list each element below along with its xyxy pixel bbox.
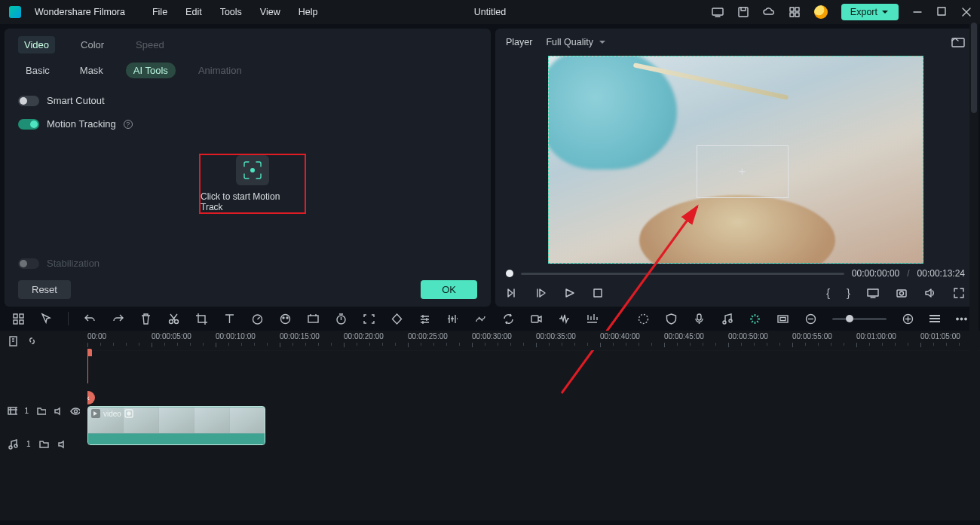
- shield-icon[interactable]: [665, 313, 678, 325]
- svg-rect-17: [20, 320, 23, 324]
- mute-icon[interactable]: [57, 438, 69, 450]
- playhead-dot-icon[interactable]: [506, 270, 513, 277]
- record-icon[interactable]: [530, 313, 543, 325]
- playhead[interactable]: [87, 350, 88, 383]
- motion-track-label: Click to start Motion Track: [201, 191, 305, 212]
- mark-out-button[interactable]: }: [847, 286, 850, 299]
- track-height-icon[interactable]: [929, 315, 940, 322]
- timeline-toolbar: [0, 307, 980, 331]
- subtab-ai-tools[interactable]: AI Tools: [126, 63, 176, 78]
- timer-icon[interactable]: [335, 313, 348, 325]
- display-icon[interactable]: [867, 287, 879, 299]
- zoom-slider[interactable]: [832, 318, 887, 320]
- apps-icon[interactable]: [789, 6, 801, 18]
- reset-button[interactable]: Reset: [18, 280, 71, 299]
- minimize-button[interactable]: [912, 7, 923, 17]
- start-motion-track-button[interactable]: Click to start Motion Track: [199, 154, 306, 214]
- marker-icon[interactable]: [8, 335, 19, 346]
- mute-icon[interactable]: [54, 405, 63, 417]
- folder-icon[interactable]: [36, 405, 46, 417]
- cloud-icon[interactable]: [763, 6, 775, 18]
- help-icon[interactable]: ?: [124, 120, 133, 129]
- save-icon[interactable]: [737, 6, 749, 18]
- play-pause-button[interactable]: [534, 287, 547, 299]
- frame-icon[interactable]: [776, 313, 789, 325]
- speed-icon[interactable]: [251, 313, 264, 325]
- undo-icon[interactable]: [84, 313, 96, 325]
- timeline-body[interactable]: 00:0000:00:05:0000:00:10:0000:00:15:0000…: [87, 331, 980, 520]
- mic-icon[interactable]: [693, 313, 706, 325]
- cut-icon[interactable]: [167, 313, 180, 325]
- sync-icon[interactable]: [502, 313, 515, 325]
- camera-icon[interactable]: [896, 287, 908, 299]
- tracking-target-box[interactable]: +: [697, 145, 789, 198]
- music-wave-icon[interactable]: [558, 313, 571, 325]
- folder-icon[interactable]: [38, 438, 50, 450]
- mark-in-button[interactable]: {: [826, 286, 830, 299]
- motion-tracking-toggle[interactable]: [18, 119, 39, 130]
- svg-point-12: [900, 291, 904, 295]
- ruler-tick: 00:01:05:00: [920, 332, 960, 340]
- ok-button[interactable]: OK: [421, 280, 477, 299]
- scrub-bar[interactable]: [521, 273, 844, 275]
- keyframe-icon[interactable]: [390, 313, 403, 325]
- export-button[interactable]: Export: [841, 4, 899, 20]
- video-clip[interactable]: video: [87, 406, 265, 445]
- play-button[interactable]: [563, 287, 575, 299]
- timeline: 1 1 00:0000:00:05:0000:00:10:0000:00:15:…: [0, 331, 980, 520]
- color-icon[interactable]: [279, 313, 292, 325]
- menu-edit[interactable]: Edit: [185, 7, 202, 17]
- time-ruler[interactable]: 00:0000:00:05:0000:00:10:0000:00:15:0000…: [87, 331, 980, 350]
- tab-video[interactable]: Video: [18, 36, 55, 53]
- subtab-basic[interactable]: Basic: [18, 63, 57, 78]
- audio-sep-icon[interactable]: [446, 313, 459, 325]
- svg-point-30: [729, 319, 732, 322]
- subtab-mask[interactable]: Mask: [72, 63, 111, 78]
- crop-icon[interactable]: [195, 313, 208, 325]
- grid-icon[interactable]: [12, 313, 25, 325]
- render-icon[interactable]: [637, 313, 650, 325]
- visibility-icon[interactable]: [70, 405, 80, 417]
- video-track-header[interactable]: 1: [0, 394, 87, 427]
- focus-icon[interactable]: [363, 313, 375, 325]
- tab-speed[interactable]: Speed: [130, 36, 170, 53]
- more-icon[interactable]: [955, 313, 968, 325]
- menu-tools[interactable]: Tools: [220, 7, 242, 17]
- audio-track-header[interactable]: 1: [0, 427, 87, 460]
- snapshot-icon[interactable]: [951, 36, 965, 48]
- smart-cutout-toggle[interactable]: [18, 96, 39, 106]
- text-icon[interactable]: [223, 313, 236, 325]
- adjust-icon[interactable]: [418, 313, 431, 325]
- quality-select[interactable]: Full Quality: [546, 37, 605, 47]
- menu-help[interactable]: Help: [299, 7, 318, 17]
- maximize-button[interactable]: [936, 7, 947, 17]
- close-button[interactable]: [960, 7, 971, 17]
- zoom-in-button[interactable]: [902, 313, 914, 325]
- beat-icon[interactable]: [586, 313, 599, 325]
- stop-button[interactable]: [592, 287, 604, 299]
- delete-icon[interactable]: [139, 313, 152, 325]
- svg-point-18: [170, 319, 173, 323]
- zoom-out-button[interactable]: [804, 313, 817, 325]
- svg-rect-24: [308, 316, 318, 322]
- user-avatar-icon[interactable]: [814, 5, 828, 19]
- timeline-scrollbar[interactable]: [969, 23, 978, 520]
- redo-icon[interactable]: [112, 313, 124, 325]
- volume-icon[interactable]: [924, 287, 936, 299]
- menu-file[interactable]: File: [152, 7, 167, 17]
- music-icon[interactable]: [721, 313, 733, 325]
- cursor-icon[interactable]: [40, 313, 53, 325]
- menu-view[interactable]: View: [260, 7, 280, 17]
- screen-icon[interactable]: [712, 6, 724, 18]
- prev-frame-button[interactable]: [506, 287, 518, 299]
- detach-icon[interactable]: [474, 313, 487, 325]
- svg-point-7: [250, 168, 255, 172]
- tracking-marker-icon[interactable]: ‹: [87, 391, 95, 404]
- subtab-animation[interactable]: Animation: [191, 63, 250, 78]
- fullscreen-icon[interactable]: [953, 287, 965, 299]
- preview-viewport[interactable]: +: [548, 56, 923, 264]
- link-icon[interactable]: [26, 335, 38, 346]
- tab-color[interactable]: Color: [75, 36, 110, 53]
- green-screen-icon[interactable]: [307, 313, 320, 325]
- auto-icon[interactable]: [749, 313, 761, 325]
